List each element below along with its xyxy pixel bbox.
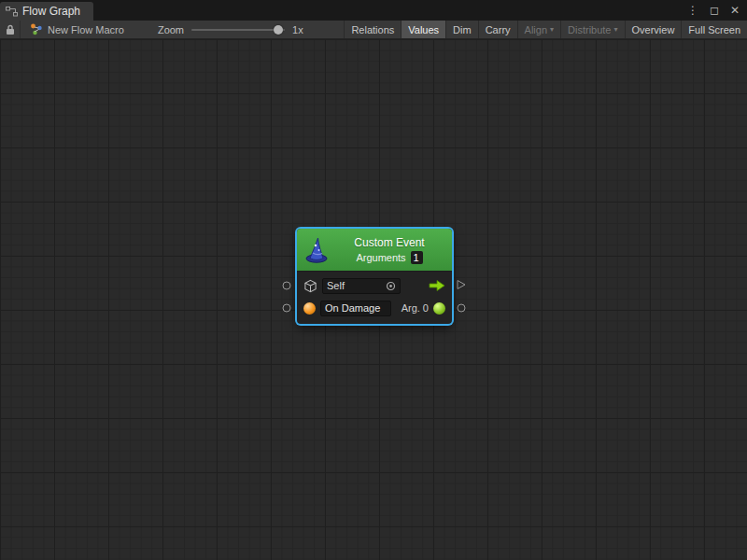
- arg0-port-icon[interactable]: [433, 302, 445, 315]
- carry-button-label: Carry: [486, 24, 511, 35]
- values-button-label: Values: [408, 24, 439, 35]
- full-screen-button-label: Full Screen: [688, 24, 740, 35]
- values-button[interactable]: Values: [401, 21, 445, 38]
- full-screen-button[interactable]: Full Screen: [681, 21, 747, 38]
- dim-button-label: Dim: [453, 24, 472, 35]
- zoom-slider-track: [191, 29, 285, 31]
- custom-event-wizard-hat-icon: [304, 236, 329, 264]
- tab-flow-graph[interactable]: Flow Graph: [0, 2, 93, 21]
- node-body: Self On Damage: [297, 272, 452, 324]
- macro-name: New Flow Macro: [48, 24, 124, 35]
- object-picker-icon[interactable]: [386, 281, 396, 291]
- node-header-text: Custom Event Arguments 1: [334, 236, 444, 264]
- graph-canvas[interactable]: Custom Event Arguments 1 Self: [0, 39, 747, 560]
- maximize-icon[interactable]: ◻: [710, 0, 719, 21]
- flow-output-port[interactable]: [457, 280, 466, 292]
- event-name-port-icon[interactable]: [303, 302, 316, 315]
- zoom-label: Zoom: [158, 21, 184, 38]
- lock-button[interactable]: [0, 21, 21, 38]
- flow-trigger-arrow-icon[interactable]: [429, 279, 445, 292]
- dropdown-caret-icon: ▾: [550, 25, 554, 34]
- align-button-label: Align: [525, 24, 547, 35]
- relations-button-label: Relations: [351, 24, 394, 35]
- object-cube-icon: [303, 279, 317, 293]
- event-name-port-row: On Damage Arg. 0: [303, 299, 445, 317]
- graph-toolbar: New Flow Macro Zoom 1x Relations Values …: [0, 21, 747, 39]
- distribute-button: Distribute ▾: [560, 21, 624, 38]
- self-port-row: Self: [303, 276, 445, 295]
- distribute-button-label: Distribute: [568, 24, 611, 35]
- relations-button[interactable]: Relations: [344, 21, 401, 38]
- arguments-label: Arguments: [356, 252, 405, 263]
- zoom-value: 1x: [292, 21, 303, 38]
- event-name-input-port[interactable]: [283, 304, 291, 313]
- arguments-count-field[interactable]: 1: [411, 251, 423, 264]
- flow-macro-icon: [30, 23, 43, 35]
- toolbar-buttons: Relations Values Dim Carry Align ▾ Distr…: [344, 21, 747, 38]
- titlebar: Flow Graph ⋮ ◻ ✕: [0, 0, 747, 21]
- self-object-field[interactable]: Self: [322, 278, 401, 294]
- self-object-field-value: Self: [327, 280, 345, 291]
- align-button: Align ▾: [517, 21, 560, 38]
- arg0-label: Arg. 0: [402, 302, 429, 314]
- flow-graph-icon: [6, 7, 18, 17]
- event-name-field[interactable]: On Damage: [320, 301, 391, 316]
- zoom-slider[interactable]: [191, 21, 285, 38]
- custom-event-node[interactable]: Custom Event Arguments 1 Self: [297, 229, 452, 324]
- macro-breadcrumb[interactable]: New Flow Macro: [21, 21, 134, 38]
- event-name-field-value: On Damage: [325, 302, 380, 314]
- dropdown-caret-icon: ▾: [614, 25, 618, 34]
- window-controls: ⋮ ◻ ✕: [687, 0, 747, 21]
- tab-title: Flow Graph: [22, 5, 80, 18]
- node-header[interactable]: Custom Event Arguments 1: [297, 229, 452, 272]
- zoom-slider-handle[interactable]: [274, 25, 283, 35]
- node-title: Custom Event: [354, 236, 424, 249]
- dim-button[interactable]: Dim: [445, 21, 478, 38]
- arg0-output-port[interactable]: [458, 304, 466, 313]
- close-icon[interactable]: ✕: [730, 0, 740, 21]
- self-input-port[interactable]: [283, 282, 291, 290]
- window-menu-icon[interactable]: ⋮: [687, 0, 698, 21]
- overview-button[interactable]: Overview: [625, 21, 682, 38]
- carry-button[interactable]: Carry: [478, 21, 517, 38]
- lock-icon: [6, 24, 15, 35]
- overview-button-label: Overview: [632, 24, 675, 35]
